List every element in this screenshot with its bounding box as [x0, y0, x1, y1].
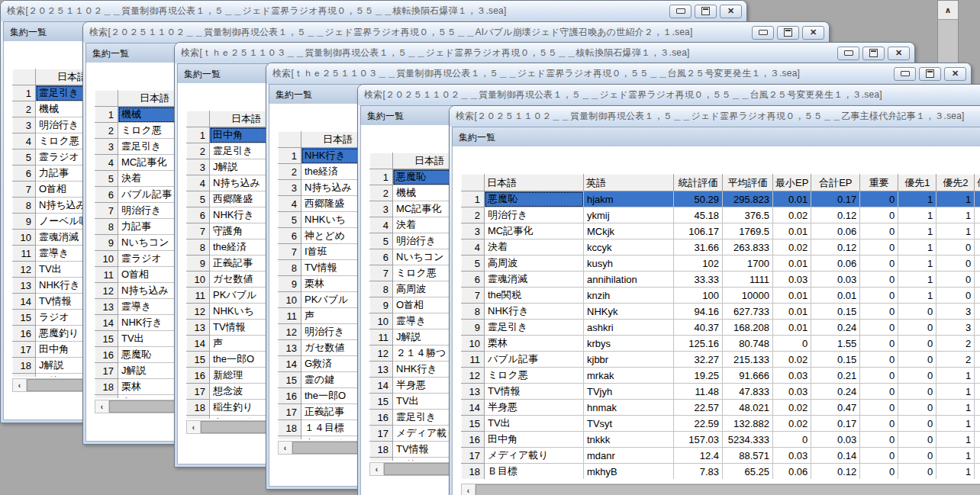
cell[interactable]: 0.17: [811, 416, 860, 432]
scroll-left-button[interactable]: ‹: [13, 379, 27, 391]
cell[interactable]: 88.571: [723, 448, 773, 464]
row-number-cell[interactable]: 15: [279, 372, 301, 388]
row-number-cell[interactable]: 15: [187, 352, 210, 368]
row-number-cell[interactable]: 1: [95, 107, 118, 123]
scroll-left-button[interactable]: ‹: [462, 484, 475, 495]
cell[interactable]: 157.03: [674, 432, 723, 448]
cell[interactable]: 0.21: [811, 368, 860, 384]
scroll-left-button[interactable]: ‹: [187, 421, 201, 433]
row-number-cell[interactable]: 1: [462, 191, 485, 207]
cell[interactable]: 0: [860, 191, 898, 207]
cell[interactable]: krbys: [584, 336, 674, 352]
row-number-cell[interactable]: 9: [187, 256, 210, 272]
cell[interactable]: 1: [898, 207, 936, 223]
row-number-cell[interactable]: 18: [13, 358, 36, 374]
scroll-left-button[interactable]: ‹: [279, 442, 292, 454]
row-number-cell[interactable]: 16: [95, 347, 118, 363]
row-number-cell[interactable]: 10: [462, 336, 485, 352]
restore-button[interactable]: [862, 47, 885, 60]
cell[interactable]: 決着: [485, 239, 584, 256]
cell[interactable]: NHK行き: [485, 304, 584, 320]
cell[interactable]: 627.733: [723, 304, 773, 320]
column-header[interactable]: 合計EP: [811, 175, 860, 191]
cell[interactable]: 0.24: [811, 320, 860, 336]
cell[interactable]: MC記事化: [485, 223, 584, 239]
cell[interactable]: 45.18: [674, 207, 723, 223]
cell[interactable]: ミロク悪: [485, 368, 584, 384]
close-button[interactable]: ✕: [888, 47, 910, 60]
row-number-cell[interactable]: 8: [370, 281, 393, 297]
cell[interactable]: TV情報: [485, 384, 584, 400]
cell[interactable]: 0: [860, 416, 898, 432]
cell[interactable]: 33.33: [674, 272, 723, 288]
cell[interactable]: TVsyt: [584, 416, 674, 432]
cell[interactable]: 1: [898, 256, 936, 272]
row-number-cell[interactable]: 16: [370, 410, 393, 426]
cell[interactable]: [975, 288, 980, 304]
row-number-cell[interactable]: 13: [370, 362, 393, 378]
row-number-cell[interactable]: 3: [187, 159, 210, 175]
cell[interactable]: 1769.5: [723, 223, 773, 239]
cell[interactable]: 0: [860, 288, 898, 304]
row-number-cell[interactable]: 10: [370, 313, 393, 329]
column-header[interactable]: 英語: [584, 175, 674, 191]
row-number-cell[interactable]: 10: [13, 230, 36, 246]
cell[interactable]: 0: [860, 432, 898, 448]
row-number-cell[interactable]: 16: [187, 368, 210, 384]
row-number-cell[interactable]: 15: [95, 331, 118, 347]
cell[interactable]: 0.12: [811, 464, 860, 480]
cell[interactable]: 22.57: [674, 400, 723, 416]
cell[interactable]: [975, 223, 980, 239]
cell[interactable]: annihilation: [584, 272, 674, 288]
cell[interactable]: 1: [936, 448, 975, 464]
row-number-cell[interactable]: 6: [13, 166, 36, 182]
row-number-cell[interactable]: 4: [95, 155, 118, 171]
cell[interactable]: 32.27: [674, 352, 723, 368]
cell[interactable]: mkhyB: [584, 464, 674, 480]
column-header[interactable]: 優先3: [975, 175, 980, 191]
cell[interactable]: [975, 464, 980, 480]
cell[interactable]: [975, 272, 980, 288]
cell[interactable]: knzih: [584, 288, 674, 304]
row-number-cell[interactable]: 5: [13, 149, 36, 166]
cell[interactable]: 霊足引き: [485, 320, 584, 336]
cell[interactable]: 295.823: [723, 191, 773, 207]
cell[interactable]: 0: [860, 320, 898, 336]
row-number-cell[interactable]: 12: [370, 346, 393, 362]
scroll-up-button[interactable]: ∧: [938, 1, 958, 20]
cell[interactable]: 0: [898, 448, 936, 464]
cell[interactable]: 168.208: [723, 320, 773, 336]
cell[interactable]: [975, 191, 980, 207]
cell[interactable]: 0: [773, 336, 811, 352]
cell[interactable]: hjakm: [584, 191, 674, 207]
cell[interactable]: 12.4: [674, 448, 723, 464]
row-number-cell[interactable]: 19: [95, 395, 118, 399]
row-number-cell[interactable]: 8: [462, 304, 485, 320]
row-number-cell[interactable]: 17: [187, 384, 210, 400]
close-button[interactable]: ✕: [944, 67, 966, 81]
cell[interactable]: 0.47: [811, 400, 860, 416]
cell[interactable]: 1.55: [811, 336, 860, 352]
cell[interactable]: 376.5: [723, 207, 773, 223]
row-number-cell[interactable]: 5: [95, 171, 118, 187]
cell[interactable]: 0.03: [773, 384, 811, 400]
row-number-cell[interactable]: 17: [462, 448, 485, 464]
row-number-cell[interactable]: 15: [370, 394, 393, 410]
cell[interactable]: 0: [898, 384, 936, 400]
cell[interactable]: 2: [936, 336, 975, 352]
cell[interactable]: 7.83: [674, 464, 723, 480]
column-header[interactable]: 最小EP: [773, 175, 811, 191]
cell[interactable]: MCkjk: [584, 223, 674, 239]
row-number-cell[interactable]: 3: [279, 180, 301, 196]
row-number-cell[interactable]: 14: [95, 315, 118, 331]
cell[interactable]: [975, 239, 980, 256]
row-number-cell[interactable]: 17: [370, 426, 393, 442]
row-number-cell[interactable]: 18: [462, 464, 485, 480]
cell[interactable]: 0.02: [773, 239, 811, 256]
cell[interactable]: 0.01: [773, 191, 811, 207]
scroll-left-button[interactable]: ‹: [370, 463, 384, 475]
cell[interactable]: 3: [936, 304, 975, 320]
column-header[interactable]: 優先1: [898, 175, 936, 191]
row-number-cell[interactable]: 7: [370, 265, 393, 281]
row-number-cell[interactable]: 6: [279, 228, 301, 244]
